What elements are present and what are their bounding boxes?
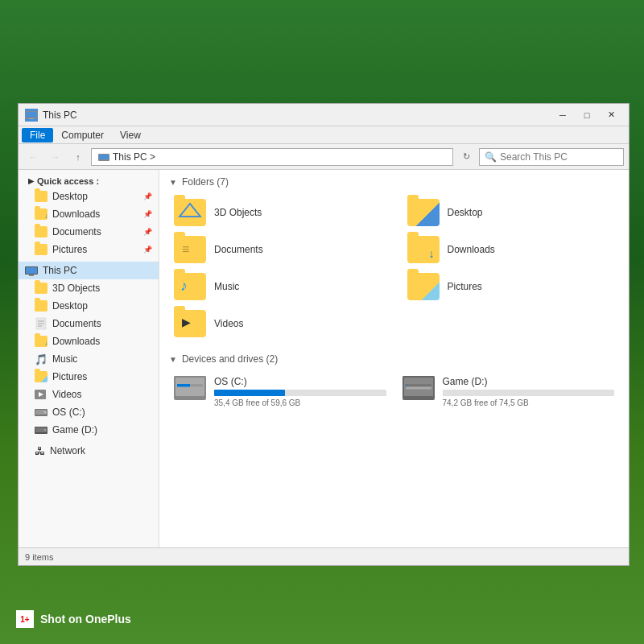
sidebar-documents-label: Documents [52,318,101,329]
sidebar-item-desktop-label: Desktop [52,191,88,202]
maximize-button[interactable]: □ [576,107,598,123]
folders-section-header: ▼ Folders (7) [169,176,619,188]
content-area: ▼ Folders (7) 3D Objects Desktop [159,170,629,547]
sidebar-item-3dobjects[interactable]: 3D Objects [19,279,159,297]
folder-documents[interactable]: Documents [169,233,386,266]
documents-icon [35,317,47,330]
sidebar-item-videos[interactable]: Videos [19,386,159,403]
sidebar-item-this-pc[interactable]: This PC [19,262,159,279]
sidebar-item-downloads-label: Downloads [52,208,100,220]
svg-rect-1 [27,112,36,118]
up-button[interactable]: ↑ [68,147,88,167]
window-controls: ─ □ ✕ [551,107,622,123]
sidebar-item-gamed[interactable]: Game (D:) [19,421,159,439]
sidebar-item-documents-quick[interactable]: Documents 📌 [19,223,159,241]
folder-music[interactable]: Music [169,270,386,303]
minimize-button[interactable]: ─ [551,107,574,123]
menu-file[interactable]: File [22,128,53,142]
drive-osc[interactable]: OS (C:) 35,4 GB free of 59,6 GB [169,373,391,411]
sidebar-network-label: Network [50,445,85,456]
title-bar: This PC ─ □ ✕ [19,104,629,126]
sidebar-item-music[interactable]: 🎵 Music [19,350,159,368]
svg-point-20 [44,429,47,431]
address-path[interactable]: This PC > [91,148,453,166]
svg-rect-4 [99,155,109,159]
devices-chevron: ▼ [169,355,177,364]
osc-drive-name: OS (C:) [214,376,386,387]
gamed-drive-space: 74,2 GB free of 74,5 GB [443,398,615,407]
sidebar-downloads-label: Downloads [52,336,100,347]
network-icon: 🖧 [35,445,45,457]
folders-grid: 3D Objects Desktop Documents Downloads [169,196,619,341]
sidebar-gamed-label: Game (D:) [52,424,97,436]
sidebar-osc-label: OS (C:) [52,407,85,418]
this-pc-label: This PC [43,265,77,276]
refresh-button[interactable]: ↻ [456,147,476,167]
sidebar-item-pictures[interactable]: Pictures [19,368,159,386]
menu-computer[interactable]: Computer [53,128,112,142]
osc-drive-bar-inner [214,390,285,396]
search-icon: 🔍 [485,151,497,163]
sidebar-pictures-icon [35,371,47,382]
svg-point-17 [44,411,47,414]
svg-rect-28 [406,384,431,387]
documents-folder-icon [35,226,47,237]
this-pc-icon [25,266,38,276]
sidebar-item-desktop[interactable]: Desktop [19,297,159,315]
sidebar-item-documents[interactable]: Documents [19,315,159,332]
downloads-big-icon [407,236,440,263]
folder-desktop-name: Desktop [448,207,483,218]
music-icon: 🎵 [35,353,47,365]
file-explorer-window: This PC ─ □ ✕ File Computer View ← → ↑ T… [18,103,630,566]
menu-view[interactable]: View [112,128,149,142]
menu-bar: File Computer View [19,126,629,144]
back-button[interactable]: ← [23,147,43,167]
folder-desktop[interactable]: Desktop [402,196,620,229]
drive-gamed[interactable]: Game (D:) 74,2 GB free of 74,5 GB [398,373,620,411]
svg-rect-6 [26,267,37,274]
osc-drive-info: OS (C:) 35,4 GB free of 59,6 GB [214,376,386,407]
item-count: 9 items [25,552,53,562]
folder-pictures[interactable]: Pictures [402,270,620,303]
folder-videos[interactable]: Videos [169,307,386,341]
folders-chevron: ▼ [169,178,177,187]
watermark: 1+ Shot on OnePlus [16,610,131,628]
videos-icon [35,390,47,400]
sidebar-item-pictures-quick[interactable]: Pictures 📌 [19,241,159,258]
folder-3dobjects[interactable]: 3D Objects [169,196,386,229]
sidebar-item-downloads[interactable]: Downloads [19,332,159,350]
sidebar-dl-icon [35,336,47,347]
documents-big-icon [174,236,206,263]
svg-rect-25 [177,384,190,387]
osc-hdd-icon [174,376,206,400]
watermark-text: Shot on OnePlus [40,613,131,625]
sidebar-3d-label: 3D Objects [52,283,100,294]
gamed-drive-icon [35,425,47,435]
window-title: This PC [43,109,551,121]
gamed-drive-name: Game (D:) [443,376,615,387]
sidebar-item-osc[interactable]: OS (C:) [19,403,159,421]
sidebar-pictures-label: Pictures [52,371,87,382]
status-bar: 9 items [19,547,629,565]
sidebar-item-downloads-quick[interactable]: Downloads 📌 [19,205,159,223]
sidebar-desktop-label: Desktop [52,300,88,312]
forward-button[interactable]: → [46,147,65,167]
pictures-folder-icon [35,244,47,255]
search-box[interactable]: 🔍 [479,148,624,166]
3d-objects-icon [35,283,47,294]
address-path-text: This PC > [113,151,155,163]
drives-grid: OS (C:) 35,4 GB free of 59,6 GB [169,373,619,411]
close-button[interactable]: ✕ [600,107,622,123]
videos-big-icon [174,310,206,337]
search-input[interactable] [500,151,618,163]
quick-access-header: ▶ Quick access : [19,173,159,188]
osc-drive-icon [35,407,47,417]
osc-drive-svg [174,376,206,400]
window-icon [25,109,38,122]
address-bar: ← → ↑ This PC > ↻ 🔍 [19,144,629,170]
sidebar-item-network[interactable]: 🖧 Network [19,442,159,460]
downloads-folder-icon [35,208,47,220]
folder-downloads[interactable]: Downloads [402,233,620,266]
main-area: ▶ Quick access : Desktop 📌 Downloads 📌 D… [19,170,629,547]
sidebar-item-desktop-quick[interactable]: Desktop 📌 [19,188,159,205]
